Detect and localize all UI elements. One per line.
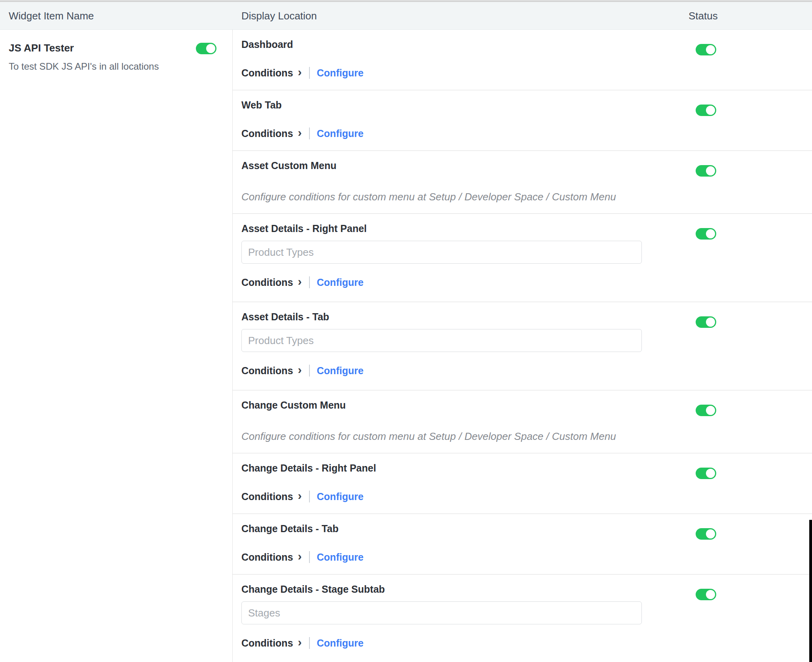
table-header: Widget Item Name Display Location Status [0, 2, 812, 30]
location-row-web-tab: Web Tab Conditions › Configure [233, 90, 812, 151]
chevron-right-icon: › [298, 550, 302, 562]
asset-details-right-panel-status-toggle[interactable] [696, 228, 716, 240]
conditions-line: Conditions › Configure [241, 127, 812, 140]
custom-menu-note: Configure conditions for custom menu at … [241, 430, 812, 443]
asset-custom-menu-status-toggle[interactable] [696, 165, 716, 177]
location-title: Change Details - Tab [241, 523, 812, 535]
configure-link[interactable]: Configure [317, 552, 364, 563]
chevron-right-icon: › [298, 276, 302, 287]
conditions-button[interactable]: Conditions [241, 128, 293, 139]
column-header-status: Status [689, 2, 718, 30]
widget-info-panel: JS API Tester To test SDK JS API's in al… [0, 30, 233, 662]
widget-settings-page: Widget Item Name Display Location Status… [0, 0, 812, 662]
toggle-knob [706, 469, 715, 478]
location-title: Change Custom Menu [241, 399, 812, 411]
chevron-right-icon: › [298, 66, 302, 78]
dashboard-status-toggle[interactable] [696, 44, 716, 55]
conditions-line: Conditions › Configure [241, 636, 812, 650]
change-details-tab-status-toggle[interactable] [696, 528, 716, 540]
stages-input[interactable] [241, 601, 642, 624]
vertical-divider [309, 551, 310, 563]
location-row-change-details-tab: Change Details - Tab Conditions › Config… [233, 514, 812, 574]
configure-link[interactable]: Configure [317, 491, 364, 502]
conditions-button[interactable]: Conditions [241, 277, 293, 288]
configure-link[interactable]: Configure [317, 277, 364, 288]
configure-link[interactable]: Configure [317, 67, 364, 79]
product-types-input[interactable] [241, 329, 642, 352]
product-types-input[interactable] [241, 241, 642, 264]
chevron-right-icon: › [298, 364, 302, 376]
configure-link[interactable]: Configure [317, 365, 364, 377]
configure-link[interactable]: Configure [317, 128, 364, 139]
conditions-line: Conditions › Configure [241, 550, 812, 564]
chevron-right-icon: › [298, 636, 302, 648]
vertical-divider [309, 67, 310, 79]
toggle-knob [706, 166, 715, 175]
vertical-divider [309, 127, 310, 139]
toggle-knob [706, 45, 715, 54]
chevron-right-icon: › [298, 490, 302, 502]
column-header-widget-item-name: Widget Item Name [9, 2, 94, 30]
change-custom-menu-status-toggle[interactable] [696, 405, 716, 416]
conditions-button[interactable]: Conditions [241, 491, 293, 502]
location-row-dashboard: Dashboard Conditions › Configure [233, 30, 812, 90]
asset-details-tab-status-toggle[interactable] [696, 316, 716, 328]
vertical-divider [309, 637, 310, 649]
vertical-divider [309, 491, 310, 502]
location-title: Asset Custom Menu [241, 160, 812, 171]
widget-status-toggle[interactable] [196, 43, 216, 54]
toggle-knob [706, 406, 715, 415]
location-row-change-details-stage-subtab: Change Details - Stage Subtab Conditions… [233, 574, 812, 662]
location-title: Web Tab [241, 99, 812, 111]
scrollbar-thumb[interactable] [809, 520, 812, 662]
display-locations-list: Dashboard Conditions › Configure Web Tab… [233, 30, 812, 662]
conditions-line: Conditions › Configure [241, 364, 812, 377]
toggle-knob [706, 590, 715, 599]
change-details-right-panel-status-toggle[interactable] [696, 468, 716, 479]
configure-link[interactable]: Configure [317, 637, 364, 649]
conditions-button[interactable]: Conditions [241, 67, 293, 79]
location-title: Asset Details - Tab [241, 311, 812, 323]
location-row-change-details-right-panel: Change Details - Right Panel Conditions … [233, 453, 812, 514]
chevron-right-icon: › [298, 127, 302, 139]
toggle-knob [706, 318, 715, 327]
location-title: Dashboard [241, 38, 812, 50]
vertical-divider [309, 276, 310, 288]
toggle-knob [706, 229, 715, 238]
widget-description: To test SDK JS API's in all locations [9, 61, 232, 72]
custom-menu-note: Configure conditions for custom menu at … [241, 190, 812, 203]
toggle-knob [706, 529, 715, 538]
conditions-line: Conditions › Configure [241, 276, 812, 289]
conditions-line: Conditions › Configure [241, 490, 812, 503]
location-title: Change Details - Right Panel [241, 462, 812, 474]
location-row-asset-details-tab: Asset Details - Tab Conditions › Configu… [233, 302, 812, 390]
conditions-button[interactable]: Conditions [241, 365, 293, 377]
toggle-knob [706, 106, 715, 115]
conditions-button[interactable]: Conditions [241, 637, 293, 649]
web-tab-status-toggle[interactable] [696, 105, 716, 116]
column-header-display-location: Display Location [241, 2, 317, 30]
change-details-stage-subtab-status-toggle[interactable] [696, 589, 716, 600]
conditions-button[interactable]: Conditions [241, 552, 293, 563]
conditions-line: Conditions › Configure [241, 66, 812, 80]
toggle-knob [206, 44, 215, 53]
location-row-change-custom-menu: Change Custom Menu Configure conditions … [233, 390, 812, 453]
table-body: JS API Tester To test SDK JS API's in al… [0, 30, 812, 662]
location-title: Change Details - Stage Subtab [241, 583, 812, 595]
location-row-asset-details-right-panel: Asset Details - Right Panel Conditions ›… [233, 214, 812, 302]
vertical-divider [309, 365, 310, 377]
location-row-asset-custom-menu: Asset Custom Menu Configure conditions f… [233, 151, 812, 214]
location-title: Asset Details - Right Panel [241, 223, 812, 234]
